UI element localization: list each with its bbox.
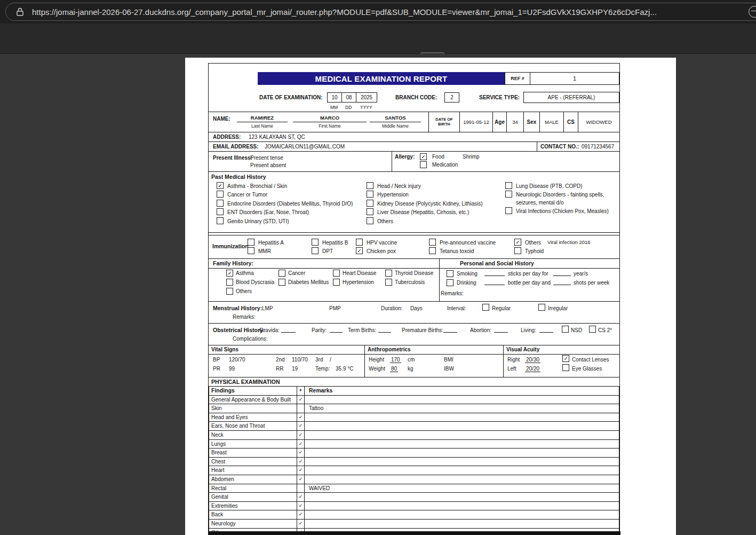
allergy-food-checkbox: ✓ xyxy=(420,153,427,160)
smoking-mid-label: sticks per day for xyxy=(508,271,548,277)
visual-acuity-panel: Visual Acuity Right 20/30 ✓ Contact Lens… xyxy=(504,345,619,377)
findings-row: Ears, Nose and Throat✓ xyxy=(209,422,619,431)
address-label: ADDRESS: xyxy=(213,134,241,140)
past-medical-item-label: Kidney Disease (Polycystic Kidney, Lithi… xyxy=(377,199,483,208)
allergy-label: Allergy: xyxy=(395,154,415,160)
family-item-label: Thyroid Disease xyxy=(395,270,433,276)
finding-remark xyxy=(305,501,619,510)
pdf-page-1: MEDICAL EXAMINATION REPORT REF # 1 DATE … xyxy=(185,58,676,535)
branch-code-value: 2 xyxy=(444,92,459,103)
address-bar[interactable]: https://jomai-jannel-2026-06-27.duckdns.… xyxy=(5,3,756,21)
finding-remark: WAIVED xyxy=(305,484,619,493)
finding-name: Neurology xyxy=(209,519,297,528)
drinking-label: Drinking xyxy=(457,280,476,286)
family-item-label: Blood Dyscrasia xyxy=(236,279,274,285)
finding-remark xyxy=(305,422,619,431)
duration-unit-label: Days xyxy=(410,305,423,311)
anthropometrics-title: Anthropometrics xyxy=(365,345,503,355)
temp-label: Temp: xyxy=(315,366,330,372)
immunization-group: ✓OthersTyphoid xyxy=(514,238,544,256)
lmp-label: LMP xyxy=(262,305,273,311)
pmp-label: PMP xyxy=(329,305,341,311)
findings-row: Head and Eyes✓ xyxy=(209,413,619,422)
sex-label: Sex xyxy=(523,112,539,132)
dd-label: DD xyxy=(345,105,352,110)
height-label: Height xyxy=(369,357,384,363)
url-text[interactable]: https://jomai-jannel-2026-06-27.duckdns.… xyxy=(32,7,657,17)
finding-name: Back xyxy=(209,510,297,520)
findings-row: Chest✓ xyxy=(209,457,619,466)
findings-row: Lungs✓ xyxy=(209,439,619,449)
immunization-group: Pre-announced vaccineTetanus toxoid xyxy=(429,238,496,256)
drinking-mid-label: bottle per day and xyxy=(508,280,551,286)
past-medical-item: ✓Asthma - Bronchial / Skin xyxy=(217,182,365,190)
immunization-item-checkbox xyxy=(248,239,254,246)
remarks-header: Remarks xyxy=(305,387,619,396)
immunization-item-label: HPV vaccine xyxy=(367,238,397,247)
immunization-item: Hepatitis B xyxy=(312,238,348,247)
finding-check: ✓ xyxy=(297,430,305,439)
pr-value: 99 xyxy=(229,366,235,372)
finding-check: ✓ xyxy=(297,449,305,458)
immunization-group: Hepatitis AMMR xyxy=(248,238,284,256)
parity-label: Parity: xyxy=(312,327,327,333)
family-item-label: Cancer xyxy=(288,270,305,276)
family-item-label: Tuberculosis xyxy=(395,279,425,285)
bp2-value: 110/70 xyxy=(292,357,308,363)
smoking-label: Smoking xyxy=(457,271,478,277)
findings-header-row: Findings + Remarks xyxy=(209,387,619,396)
address-value: 123 KALAYAAN ST, QC xyxy=(249,134,305,140)
ref-value: 1 xyxy=(530,72,619,85)
immunization-label: Immunization xyxy=(212,243,249,249)
finding-name: Abdomen xyxy=(209,475,297,484)
family-history-panel: Family History: ✓AsthmaBlood DyscrasiaOt… xyxy=(209,259,439,301)
immunization-item-checkbox xyxy=(312,247,319,254)
service-type-label: SERVICE TYPE: xyxy=(479,95,520,100)
family-item-checkbox xyxy=(333,279,340,286)
premature-births-blank xyxy=(443,327,457,333)
form-title: MEDICAL EXAMINATION REPORT xyxy=(258,72,505,85)
immunization-item: Hepatitis A xyxy=(248,238,284,247)
past-medical-item: Viral Infections (Chicken Pox, Measles) xyxy=(505,207,616,215)
age-value: 34 xyxy=(506,112,523,132)
finding-remark xyxy=(305,413,619,422)
finding-check xyxy=(297,404,305,413)
irregular-checkbox xyxy=(538,304,545,311)
family-item-checkbox xyxy=(226,279,233,286)
past-medical-item-checkbox xyxy=(505,191,512,198)
personal-remarks-label: Remarks: xyxy=(441,290,464,296)
immunization-item-label: DPT xyxy=(322,247,333,255)
findings-row: General Appearance & Body Built✓ xyxy=(209,395,619,404)
menstrual-section: Menstrual History: LMP PMP Duration: Day… xyxy=(209,301,619,323)
smoking-blank1 xyxy=(484,271,505,276)
finding-check: ✓ xyxy=(297,457,305,466)
first-name-group: MARCO First Name xyxy=(293,115,367,129)
past-medical-item-label: Genito Urinary (STD, UTI) xyxy=(227,217,289,225)
eye-glasses-checkbox xyxy=(562,364,569,371)
past-medical-item-label: Liver Disease (Hepatitis, Cirhosis, etc.… xyxy=(377,208,469,216)
pdf-toolbar: Draw T A 1 of 2 xyxy=(0,23,756,54)
lock-icon[interactable] xyxy=(15,7,25,17)
immunization-item-label: Chicken pox xyxy=(367,247,396,255)
past-medical-item-checkbox xyxy=(505,207,512,214)
past-medical-item: Kidney Disease (Polycystic Kidney, Lithi… xyxy=(367,199,503,208)
name-label: NAME: xyxy=(213,116,230,122)
immunization-item-label: Tetanus toxoid xyxy=(440,247,474,255)
family-item-checkbox xyxy=(278,279,285,286)
past-medical-item: ENT Disorders (Ear, Nose, Throat) xyxy=(217,208,365,216)
bmi-label: BMI xyxy=(444,357,453,363)
immunization-item: Tetanus toxoid xyxy=(429,247,496,255)
finding-check: ✓ xyxy=(297,422,305,431)
finding-remark xyxy=(305,395,619,404)
past-medical-item-label: Cancer or Tumor xyxy=(227,190,267,199)
pdf-canvas[interactable]: MEDICAL EXAMINATION REPORT REF # 1 DATE … xyxy=(0,54,756,535)
finding-check: ✓ xyxy=(297,439,305,449)
immunization-item: ✓Chicken pox xyxy=(356,247,397,255)
immunization-item: MMR xyxy=(248,247,284,255)
parity-blank xyxy=(330,327,343,333)
past-medical-item: Head / Neck injury xyxy=(367,182,503,190)
immunization-item-checkbox: ✓ xyxy=(514,239,521,246)
weight-unit: kg xyxy=(408,366,413,372)
ref-label: REF # xyxy=(505,72,530,85)
past-medical-item-checkbox xyxy=(217,217,224,224)
